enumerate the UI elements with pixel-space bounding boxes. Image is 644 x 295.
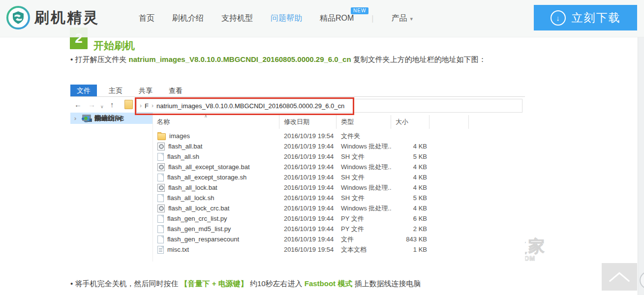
download-circle-icon: ↓: [551, 10, 566, 26]
file-date: 2016/10/19 19:44: [279, 163, 337, 171]
file-name: flash_all_lock.sh: [167, 194, 214, 202]
file-size: 1 KB: [391, 246, 429, 253]
ribbon-tab-label: 查看: [169, 87, 183, 94]
file-type: PY 文件: [337, 214, 391, 223]
nav-link[interactable]: 支持机型▾: [221, 13, 253, 24]
table-row[interactable]: flash_gen_resparsecount 2016/10/19 19:44…: [153, 234, 525, 244]
nav-link-label: 支持机型: [221, 14, 253, 22]
folder-icon: [157, 133, 166, 140]
ribbon-tab[interactable]: 共享: [134, 85, 157, 96]
bullet-marker: •: [70, 279, 73, 288]
nav-link-label: 首页: [139, 14, 154, 22]
chevron-down-icon: ▾: [410, 16, 413, 22]
file-explorer-window: 文件 主页 共享 查看 ← → ∨ ↑ › F › natrium_images…: [70, 80, 525, 262]
table-row[interactable]: flash_all_lock_crc.bat 2016/10/19 19:44 …: [153, 203, 525, 213]
column-header[interactable]: 修改日期: [279, 115, 337, 129]
step-title: 开始刷机: [93, 39, 135, 53]
file-type: SH 文件: [337, 194, 391, 203]
ribbon-tab[interactable]: 查看: [164, 85, 187, 96]
table-row[interactable]: flash_gen_md5_list.py 2016/10/19 19:44 P…: [153, 224, 525, 234]
instruction-text: 复制文件夹上方的地址栏的地址如下图：: [351, 55, 486, 63]
expand-chevron-icon[interactable]: ›: [74, 115, 80, 122]
sidebar-item[interactable]: › 家庭组: [70, 113, 153, 124]
nav-link[interactable]: 刷机介绍▾: [172, 13, 204, 24]
folder-name-text: natrium_images_V8.0.10.0.MBGCNDI_2016080…: [129, 55, 351, 63]
nav-link-label: 问题帮助: [271, 14, 302, 22]
table-row[interactable]: misc.txt 2016/10/19 19:54 文本文档 1 KB: [153, 244, 525, 255]
back-arrow-icon[interactable]: ←: [74, 99, 82, 110]
column-header[interactable]: [469, 115, 525, 129]
nav-link[interactable]: 首页▾: [139, 13, 154, 24]
file-date: 2016/10/19 19:44: [279, 153, 337, 160]
key-combo-text: 【音量下 + 电源键】: [181, 279, 248, 288]
file-date: 2016/10/19 19:44: [279, 225, 337, 233]
file-size: 4 KB: [391, 184, 429, 191]
sidebar-item-label: 家庭组: [94, 114, 115, 123]
file-type: Windows 批处理...: [337, 142, 391, 151]
nav-link: |▾: [371, 14, 373, 23]
file-size: 4 KB: [391, 143, 429, 150]
instruction-text: 将手机完全关机，然后同时按住: [75, 279, 180, 288]
ribbon-tab-label: 主页: [109, 87, 123, 94]
file-name: images: [169, 132, 190, 140]
file-type: 文本文档: [337, 245, 391, 254]
up-arrow-icon[interactable]: ↑: [110, 99, 114, 110]
table-row[interactable]: flash_all.bat 2016/10/19 19:44 Windows 批…: [153, 141, 525, 151]
column-header-label: 大小: [396, 118, 408, 125]
instruction-text: 约10秒左右进入: [248, 279, 305, 288]
nav-link[interactable]: 问题帮助▾: [271, 13, 302, 24]
nav-link-label: 刷机介绍: [172, 14, 204, 22]
file-type: Windows 批处理...: [337, 183, 391, 192]
breadcrumb-drive[interactable]: F: [145, 102, 149, 110]
column-header[interactable]: 名称: [153, 115, 279, 129]
instruction-line-1: • 打开解压文件夹 natrium_images_V8.0.10.0.MBGCN…: [70, 55, 486, 64]
top-navbar: 刷机精灵 首页▾ 刷机介绍▾ 支持机型▾ 问题帮助▾ 精品ROMNEW▾ |▾ …: [0, 0, 644, 37]
file-name: flash_all_lock_crc.bat: [168, 205, 229, 212]
file-icon: [157, 225, 164, 233]
table-row[interactable]: flash_all.sh 2016/10/19 19:44 SH 文件 5 KB: [153, 151, 525, 162]
file-name: flash_all.bat: [168, 143, 202, 150]
nav-link-label: 产品: [391, 14, 407, 22]
column-header[interactable]: 大小: [391, 115, 429, 129]
table-row[interactable]: flash_all_lock.bat 2016/10/19 19:44 Wind…: [153, 182, 525, 193]
fastboot-mode-text: Fastboot 模式: [305, 279, 353, 288]
column-header-label: 名称: [157, 118, 170, 125]
instruction-line-2: • 将手机完全关机，然后同时按住 【音量下 + 电源键】 约10秒左右进入 Fa…: [70, 279, 421, 289]
breadcrumb-folder[interactable]: natrium_images_V8.0.10.0.MBGCNDI_2016080…: [156, 102, 344, 110]
file-date: 2016/10/19 19:44: [279, 215, 337, 222]
ribbon-tab[interactable]: 文件: [70, 85, 97, 96]
table-row[interactable]: flash_all_lock.sh 2016/10/19 19:44 SH 文件…: [153, 193, 525, 203]
file-name: flash_gen_resparsecount: [167, 236, 239, 243]
column-header[interactable]: [429, 115, 469, 129]
file-type: PY 文件: [337, 225, 391, 234]
brand-logo[interactable]: 刷机精灵: [6, 5, 99, 30]
table-row[interactable]: flash_all_except_storage.sh 2016/10/19 1…: [153, 172, 525, 182]
table-row[interactable]: flash_gen_crc_list.py 2016/10/19 19:44 P…: [153, 213, 525, 224]
address-bar[interactable]: › F › natrium_images_V8.0.10.0.MBGCNDI_2…: [136, 99, 522, 113]
page-scrollbar[interactable]: [638, 37, 644, 295]
file-size: 5 KB: [391, 194, 429, 202]
back-to-top-button[interactable]: [602, 263, 637, 291]
download-arrow-icon: ↓: [556, 14, 560, 22]
nav-link[interactable]: 产品▾: [391, 13, 413, 24]
explorer-ribbon-tabs: 文件 主页 共享 查看: [70, 85, 187, 96]
instruction-text: 打开解压文件夹: [75, 55, 128, 63]
ribbon-tab-label: 共享: [139, 87, 153, 94]
file-name: flash_gen_md5_list.py: [167, 225, 231, 233]
download-button[interactable]: ↓ 立刻下载: [534, 5, 637, 30]
file-size: 4 KB: [391, 174, 429, 181]
forward-arrow-icon[interactable]: →: [88, 99, 95, 110]
column-header-label: 类型: [341, 118, 354, 125]
ribbon-tab[interactable]: 主页: [104, 85, 127, 96]
column-header[interactable]: 类型: [337, 115, 391, 129]
file-icon: [157, 174, 164, 181]
new-badge: NEW: [351, 7, 368, 14]
file-size: 4 KB: [391, 163, 429, 171]
file-name: misc.txt: [167, 246, 189, 253]
bat-file-icon: [157, 184, 165, 192]
nav-link[interactable]: 精品ROMNEW▾: [320, 13, 354, 24]
history-dropdown-icon[interactable]: ∨: [100, 101, 104, 112]
table-row[interactable]: flash_all_except_storage.bat 2016/10/19 …: [153, 162, 525, 172]
table-row[interactable]: images 2016/10/19 19:54 文件夹: [153, 131, 525, 141]
file-date: 2016/10/19 19:44: [279, 174, 337, 181]
